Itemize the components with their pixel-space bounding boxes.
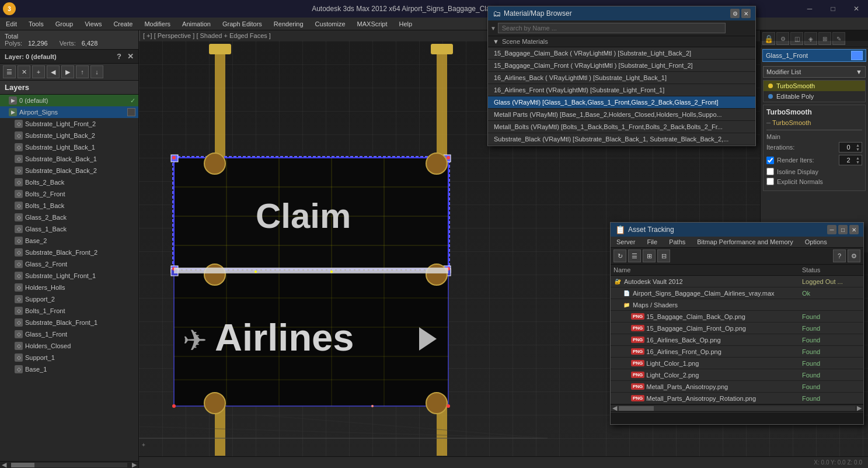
- asset-max-row[interactable]: 📄 Airport_Signs_Baggage_Claim_Airlines_v…: [611, 287, 863, 299]
- asset-scroll-right[interactable]: ▶: [857, 404, 862, 412]
- editable-poly-modifier[interactable]: Editable Poly: [764, 91, 865, 102]
- asset-toggle-button[interactable]: ⊟: [657, 249, 670, 262]
- menu-animation[interactable]: Animation: [176, 19, 217, 29]
- asset-vault-row[interactable]: 🔐 Autodesk Vault 2012 Logged Out ...: [611, 276, 863, 287]
- asset-list-button[interactable]: ☰: [628, 249, 641, 262]
- down-arrow[interactable]: ▼: [856, 147, 860, 151]
- asset-png-row[interactable]: PNG Metall_Parts_Anisotropy_Rotation.png…: [611, 393, 863, 404]
- asset-menu-server[interactable]: Server: [611, 237, 641, 247]
- asset-png-row[interactable]: PNG 15_Baggage_Claim_Back_Op.png Found: [611, 311, 863, 323]
- layer-add-button[interactable]: +: [32, 65, 45, 78]
- asset-maps-folder-row[interactable]: 📁 Maps / Shaders: [611, 299, 863, 311]
- material-item[interactable]: Substrate_Black (VRayMtl) [Substrate_Bla…: [488, 133, 755, 145]
- turbosmooth-modifier[interactable]: TurboSmooth: [764, 81, 865, 91]
- layer-list-icon[interactable]: ☰: [3, 65, 16, 78]
- layer-item[interactable]: ◇ Substrate_Black_Back_2: [0, 165, 138, 176]
- asset-png-row[interactable]: PNG Light_Color_1.png Found: [611, 358, 863, 369]
- layer-item[interactable]: ◇ Glass_2_Back: [0, 212, 138, 223]
- iterations-input[interactable]: [841, 144, 856, 151]
- explicit-normals-checkbox[interactable]: [766, 178, 774, 185]
- horizontal-scrollbar[interactable]: ◀ ▶: [0, 461, 138, 468]
- material-item[interactable]: Metall_Bolts (VRayMtl) [Bolts_1_Back,Bol…: [488, 121, 755, 133]
- menu-views[interactable]: Views: [79, 19, 107, 29]
- asset-menu-options[interactable]: Options: [799, 237, 833, 247]
- layer-item[interactable]: ◇ Bolts_2_Front: [0, 188, 138, 200]
- asset-path-input[interactable]: [611, 412, 863, 424]
- asset-input-bar[interactable]: [611, 411, 863, 424]
- layer-item[interactable]: ◇ Support_1: [0, 352, 138, 363]
- layer-item[interactable]: ◇ Substrate_Light_Back_2: [0, 130, 138, 141]
- up-arrow[interactable]: ▲: [856, 143, 860, 147]
- render-iters-spinner[interactable]: ▲ ▼: [839, 155, 862, 165]
- layer-item[interactable]: ▶ Airport_Signs: [0, 106, 138, 118]
- asset-extra-button[interactable]: ⚙: [848, 249, 860, 262]
- layer-item[interactable]: ◇ Support_2: [0, 293, 138, 305]
- render-iters-checkbox[interactable]: [766, 157, 774, 164]
- asset-menu-paths[interactable]: Paths: [663, 237, 691, 247]
- menu-help[interactable]: Help: [393, 19, 419, 29]
- layer-item[interactable]: ◇ Substrate_Light_Front_1: [0, 270, 138, 282]
- close-button[interactable]: ✕: [845, 0, 868, 18]
- asset-png-row[interactable]: PNG 16_Airlines_Front_Op.png Found: [611, 346, 863, 358]
- modifier-list-dropdown[interactable]: Modifier List ▼: [763, 66, 866, 78]
- render-down-arrow[interactable]: ▼: [856, 160, 860, 164]
- asset-png-row[interactable]: PNG 15_Baggage_Claim_Front_Op.png Found: [611, 323, 863, 334]
- layer-item[interactable]: ◇ Glass_1_Front: [0, 328, 138, 340]
- asset-scroll-left[interactable]: ◀: [612, 404, 617, 412]
- material-preview-swatch[interactable]: [851, 51, 863, 60]
- asset-menu-bitmap[interactable]: Bitmap Performance and Memory: [691, 237, 799, 247]
- material-browser-settings-button[interactable]: ⚙: [730, 9, 740, 18]
- layer-item[interactable]: ◇ Substrate_Light_Front_2: [0, 118, 138, 130]
- material-item[interactable]: 16_Airlines_Back ( VRayLightMtl ) [Subst…: [488, 72, 755, 84]
- asset-scroll-thumb[interactable]: [619, 406, 654, 411]
- menu-modifiers[interactable]: Modifiers: [138, 19, 176, 29]
- scroll-right-arrow[interactable]: ▶: [130, 461, 138, 468]
- asset-png-row[interactable]: PNG 16_Airlines_Back_Op.png Found: [611, 334, 863, 346]
- layer-item[interactable]: ◇ Base_2: [0, 235, 138, 247]
- asset-refresh-button[interactable]: ↻: [613, 249, 626, 262]
- layer-visibility-box[interactable]: [127, 108, 135, 116]
- modifier-minus-button[interactable]: ─ TurboSmooth: [766, 119, 862, 126]
- layer-item[interactable]: ▶ 0 (default) ✓: [0, 95, 138, 106]
- material-item-selected[interactable]: Glass (VRayMtl) [Glass_1_Back,Glass_1_Fr…: [488, 96, 755, 109]
- material-search-input[interactable]: [498, 23, 726, 33]
- menu-rendering[interactable]: Rendering: [268, 19, 309, 29]
- menu-graph-editors[interactable]: Graph Editors: [217, 19, 268, 29]
- material-name-field[interactable]: Glass_1_Front: [762, 49, 866, 62]
- material-item[interactable]: 15_Baggage_Claim_Back ( VRayLightMtl ) […: [488, 47, 755, 60]
- material-item[interactable]: 15_Baggage_Claim_Front ( VRayLightMtl ) …: [488, 60, 755, 72]
- material-item[interactable]: 16_Airlines_Front (VRayLightMtl) [Substr…: [488, 84, 755, 96]
- layer-prev-button[interactable]: ◀: [47, 65, 60, 78]
- isoline-checkbox[interactable]: [766, 168, 774, 175]
- layer-item[interactable]: ◇ Glass_2_Front: [0, 258, 138, 270]
- layer-item[interactable]: ◇ Glass_1_Back: [0, 223, 138, 235]
- layer-item[interactable]: ◇ Bolts_1_Front: [0, 305, 138, 317]
- material-browser-close-button[interactable]: ✕: [741, 9, 751, 18]
- asset-minimize-button[interactable]: ─: [827, 225, 836, 234]
- layer-item[interactable]: ◇ Substrate_Light_Back_1: [0, 141, 138, 153]
- layer-item[interactable]: ◇ Substrate_Black_Back_1: [0, 153, 138, 165]
- asset-menu-file[interactable]: File: [641, 237, 663, 247]
- asset-horizontal-scrollbar[interactable]: ◀ ▶: [611, 404, 863, 411]
- layer-down-button[interactable]: ↓: [90, 65, 103, 78]
- layer-close-button[interactable]: ✕: [127, 52, 134, 61]
- scroll-left-arrow[interactable]: ◀: [0, 461, 8, 468]
- asset-png-row[interactable]: PNG Light_Color_2.png Found: [611, 369, 863, 381]
- asset-scroll-track[interactable]: [619, 406, 855, 411]
- spinner-arrows[interactable]: ▲ ▼: [856, 143, 860, 151]
- menu-tools[interactable]: Tools: [23, 19, 50, 29]
- asset-help-button[interactable]: ?: [833, 249, 846, 262]
- menu-customize[interactable]: Customize: [309, 19, 351, 29]
- asset-grid-button[interactable]: ⊞: [643, 249, 656, 262]
- asset-png-row[interactable]: PNG Metall_Parts_Anisotropy.png Found: [611, 381, 863, 393]
- scroll-thumb[interactable]: [11, 463, 34, 467]
- render-iters-input[interactable]: [841, 157, 856, 164]
- asset-maximize-button[interactable]: □: [838, 225, 848, 234]
- scroll-track[interactable]: [11, 463, 127, 467]
- layer-up-button[interactable]: ↑: [76, 65, 89, 78]
- layer-item[interactable]: ◇ Base_1: [0, 363, 138, 375]
- menu-group[interactable]: Group: [50, 19, 79, 29]
- layer-item[interactable]: ◇ Holders_Closed: [0, 340, 138, 352]
- menu-maxscript[interactable]: MAXScript: [351, 19, 393, 29]
- material-item[interactable]: Metall Parts (VRayMtl) [Base_1,Base_2,Ho…: [488, 109, 755, 121]
